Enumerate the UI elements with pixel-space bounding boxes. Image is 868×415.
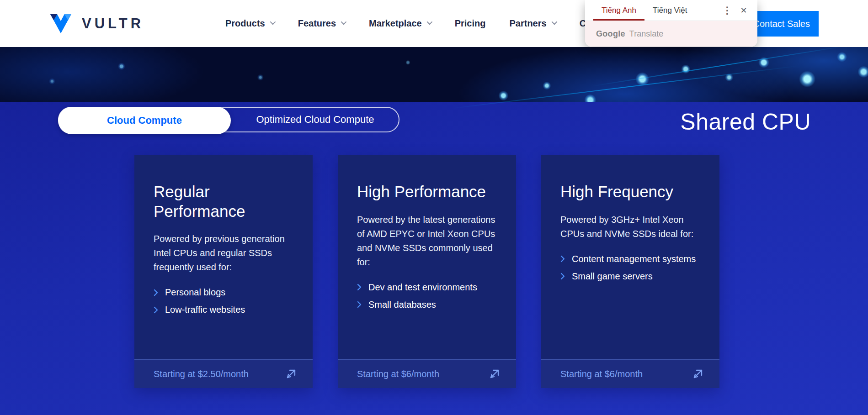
feature-item: Small game servers bbox=[560, 271, 702, 282]
hero-glow-line bbox=[453, 66, 798, 109]
card-description: Powered by previous generation Intel CPU… bbox=[154, 232, 295, 274]
vultr-wordmark: VULTR bbox=[82, 16, 144, 32]
nav-label: Pricing bbox=[455, 18, 486, 29]
chevron-right-icon bbox=[357, 284, 362, 291]
google-translate-popup: Tiếng Anh Tiếng Việt ⋮ ✕ Google Translat… bbox=[585, 0, 757, 47]
arrow-up-right-icon bbox=[691, 367, 705, 381]
chevron-right-icon bbox=[154, 306, 158, 314]
card-footer-link[interactable]: Starting at $6/month bbox=[338, 359, 516, 388]
pricing-card-regular-performance: Regular Performance Powered by previous … bbox=[134, 155, 313, 388]
pricing-card-high-performance: High Performance Powered by the latest g… bbox=[338, 155, 516, 388]
feature-item: Content management systems bbox=[560, 254, 702, 264]
close-icon[interactable]: ✕ bbox=[735, 0, 752, 21]
feature-item: Low-traffic websites bbox=[154, 305, 295, 315]
starting-price-label: Starting at $6/month bbox=[357, 369, 439, 379]
card-title: High Performance bbox=[357, 182, 499, 202]
feature-label: Small databases bbox=[368, 299, 436, 310]
nav-item-pricing[interactable]: Pricing bbox=[455, 18, 486, 29]
card-description: Powered by the latest generations of AMD… bbox=[357, 213, 499, 269]
nav-label: Marketplace bbox=[369, 18, 422, 29]
card-body: High Frequency Powered by 3GHz+ Intel Xe… bbox=[541, 155, 719, 359]
nav-label: Products bbox=[225, 18, 265, 29]
tab-cloud-compute[interactable]: Cloud Compute bbox=[58, 107, 231, 134]
card-feature-list: Content management systems Small game se… bbox=[560, 254, 702, 282]
pricing-cards: Regular Performance Powered by previous … bbox=[134, 155, 719, 388]
nav-label: Partners bbox=[509, 18, 546, 29]
feature-item: Personal blogs bbox=[154, 287, 295, 298]
card-title: Regular Performance bbox=[154, 182, 295, 221]
card-body: Regular Performance Powered by previous … bbox=[134, 155, 313, 359]
hero-glow-line bbox=[592, 46, 845, 87]
chevron-right-icon bbox=[560, 273, 565, 280]
card-title: High Frequency bbox=[560, 182, 702, 202]
card-feature-list: Dev and test environments Small database… bbox=[357, 282, 499, 310]
card-footer-link[interactable]: Starting at $2.50/month bbox=[134, 359, 313, 388]
chevron-right-icon bbox=[560, 255, 565, 263]
tab-optimized-cloud-compute[interactable]: Optimized Cloud Compute bbox=[232, 108, 399, 131]
google-wordmark: Google bbox=[596, 29, 625, 39]
card-body: High Performance Powered by the latest g… bbox=[338, 155, 516, 359]
nav-item-products[interactable]: Products bbox=[225, 18, 274, 29]
chevron-down-icon bbox=[551, 19, 557, 25]
kebab-menu-icon[interactable]: ⋮ bbox=[719, 0, 735, 21]
vultr-logo[interactable]: VULTR bbox=[49, 0, 144, 47]
arrow-up-right-icon bbox=[284, 367, 298, 381]
card-feature-list: Personal blogs Low-traffic websites bbox=[154, 287, 295, 315]
nav-label: Features bbox=[298, 18, 336, 29]
hero-banner bbox=[0, 47, 868, 102]
chevron-down-icon bbox=[341, 19, 347, 25]
starting-price-label: Starting at $2.50/month bbox=[154, 369, 249, 379]
translate-product-label: Translate bbox=[629, 29, 663, 39]
chevron-down-icon bbox=[426, 19, 432, 25]
compute-type-toggle: Cloud Compute Optimized Cloud Compute bbox=[58, 107, 399, 132]
feature-label: Dev and test environments bbox=[368, 282, 477, 293]
card-description: Powered by 3GHz+ Intel Xeon CPUs and NVM… bbox=[560, 213, 702, 241]
feature-item: Dev and test environments bbox=[357, 282, 499, 293]
arrow-up-right-icon bbox=[488, 367, 501, 381]
pricing-card-high-frequency: High Frequency Powered by 3GHz+ Intel Xe… bbox=[541, 155, 719, 388]
translate-tabs-row: Tiếng Anh Tiếng Việt ⋮ ✕ bbox=[585, 0, 757, 21]
vultr-pricing-page: VULTR Products Features Marketplace Pric… bbox=[0, 0, 868, 415]
translate-popup-footer: Google Translate bbox=[585, 21, 757, 47]
feature-label: Small game servers bbox=[572, 271, 653, 282]
chevron-down-icon bbox=[270, 19, 276, 25]
nav-item-features[interactable]: Features bbox=[298, 18, 345, 29]
card-footer-link[interactable]: Starting at $6/month bbox=[541, 359, 719, 388]
chevron-right-icon bbox=[357, 301, 362, 308]
vultr-logo-icon bbox=[49, 13, 73, 34]
chevron-right-icon bbox=[154, 289, 158, 296]
starting-price-label: Starting at $6/month bbox=[560, 369, 643, 379]
nav-item-marketplace[interactable]: Marketplace bbox=[369, 18, 431, 29]
main-nav: Products Features Marketplace Pricing Pa… bbox=[225, 0, 630, 47]
feature-label: Content management systems bbox=[572, 254, 696, 264]
nav-item-partners[interactable]: Partners bbox=[509, 18, 555, 29]
section-heading-shared-cpu: Shared CPU bbox=[680, 109, 811, 135]
feature-label: Low-traffic websites bbox=[165, 305, 245, 315]
translate-tab-vietnamese-source[interactable]: Tiếng Anh bbox=[593, 0, 644, 21]
feature-item: Small databases bbox=[357, 299, 499, 310]
translate-tab-vietnamese-target[interactable]: Tiếng Việt bbox=[644, 0, 696, 21]
feature-label: Personal blogs bbox=[165, 287, 225, 298]
